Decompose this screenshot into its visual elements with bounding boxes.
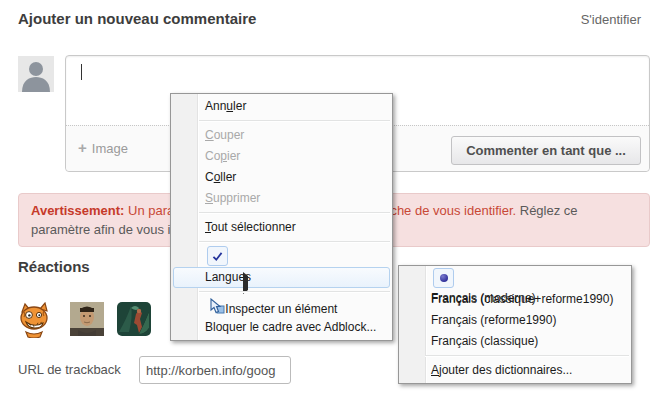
context-menu: Annuler Couper Copier Coller Supprimer T… [170,93,393,341]
menu-item-langues[interactable]: Langues [171,267,392,288]
menu-item-bloquer-adblock[interactable]: Bloquer le cadre avec Adblock... [171,317,392,338]
menu-separator [399,352,631,360]
menu-item-annuler[interactable]: Annuler [171,96,392,117]
submenu-item-francais-classique[interactable]: Français (classique) [399,331,631,352]
menu-separator [171,238,392,246]
checkmark-box [207,246,228,266]
cat-avatar-image [16,302,52,338]
menu-separator [171,117,392,125]
plus-icon: + [78,139,87,156]
trackback-label: URL de trackback [18,362,121,377]
page-title: Ajouter un nouveau commentaire [18,10,256,27]
menu-item-supprimer: Supprimer [171,188,392,209]
menu-item-coller[interactable]: Coller [171,167,392,188]
submenu-item-francais-classique-reforme1990[interactable]: Français (classique+reforme1990) [399,289,631,310]
reaction-avatar-portrait[interactable] [70,302,104,336]
user-avatar-placeholder [18,56,54,92]
menu-item-couper: Couper [171,125,392,146]
signin-link[interactable]: S'identifier [581,12,641,27]
text-caret [81,64,82,80]
submenu-item-francais-moderne[interactable]: Français (moderne) [399,268,631,289]
checkmark-icon [211,250,224,263]
artwork-avatar-image [117,302,151,336]
submenu-item-ajouter-dictionnaires[interactable]: Ajouter des dictionnaires... [399,360,631,381]
submenu-item-francais-reforme1990[interactable]: Français (reforme1990) [399,310,631,331]
radio-selected-box [433,268,454,288]
inspect-element-icon [209,304,226,318]
page: Ajouter un nouveau commentaire S'identif… [0,0,659,402]
person-icon [18,56,54,92]
menu-item-tout-selectionner[interactable]: Tout sélectionner [171,217,392,238]
reaction-avatar-cat[interactable] [16,302,50,336]
comment-as-button[interactable]: Commenter en tant que ... [451,136,641,165]
languages-submenu: Français (moderne) Français (classique+r… [398,265,632,384]
menu-item-copier: Copier [171,146,392,167]
add-image-button[interactable]: +Image [78,138,128,158]
menu-separator [171,209,392,217]
add-image-label: Image [92,141,128,156]
trackback-input[interactable] [139,356,291,384]
radio-selected-icon [440,274,448,282]
reaction-avatar-artwork[interactable] [117,302,151,336]
reactions-title: Réactions [18,258,90,275]
menu-separator [171,288,392,296]
portrait-avatar-image [70,302,104,336]
menu-item-inspecter-element[interactable]: Inspecter un élément [171,296,392,317]
warning-prefix: Avertissement: [31,203,124,218]
menu-item-verifier-orthographe[interactable]: Vérifier l'orthographe [171,246,392,267]
